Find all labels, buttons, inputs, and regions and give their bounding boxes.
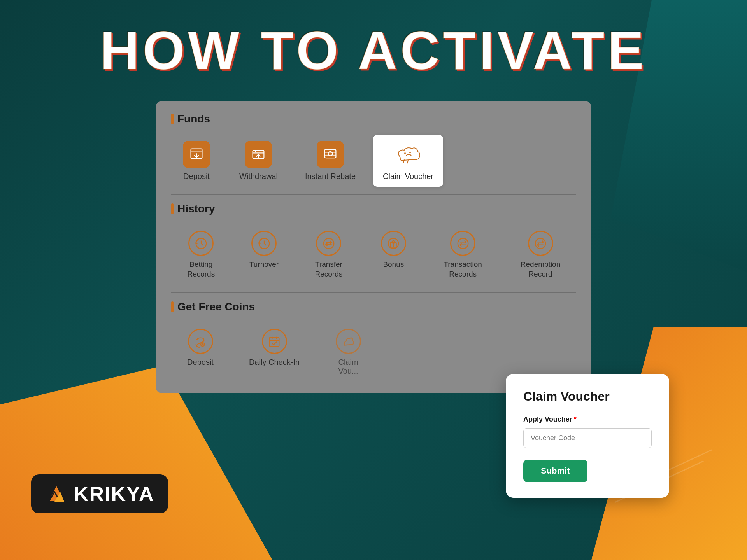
coin-voucher-label: Claim Vou...	[331, 358, 366, 376]
history-item-turnover[interactable]: Turnover	[237, 225, 291, 275]
coins-section-bar	[171, 301, 174, 312]
transfer-records-icon	[316, 231, 341, 256]
coin-voucher-icon	[336, 329, 361, 354]
withdrawal-label: Withdrawal	[239, 172, 278, 181]
rebate-svg	[323, 147, 337, 161]
transfer-records-label: Transfer Records	[305, 260, 353, 279]
betting-records-icon	[188, 231, 214, 256]
deposit-icon	[183, 141, 210, 168]
rebate-icon	[317, 141, 344, 168]
svg-point-12	[409, 152, 411, 153]
transaction-records-icon	[450, 231, 475, 256]
fund-item-deposit[interactable]: Deposit	[171, 135, 222, 187]
page-title: HOW TO ACTIVATE	[100, 23, 647, 78]
svg-point-15	[324, 238, 334, 248]
svg-point-20	[535, 238, 545, 248]
history-header: History	[171, 203, 576, 215]
history-item-redemption[interactable]: Redemption Record	[505, 225, 576, 285]
history-grid: Betting Records Turnover	[171, 225, 576, 285]
funds-title: Funds	[177, 113, 210, 125]
coin-item-deposit[interactable]: Deposit	[171, 323, 230, 373]
svg-rect-24	[270, 337, 279, 346]
history-item-transaction[interactable]: Transaction Records	[426, 225, 499, 285]
redemption-record-label: Redemption Record	[513, 260, 568, 279]
voucher-field-label: Apply Voucher*	[523, 415, 652, 424]
divider-1	[171, 194, 576, 195]
history-item-bonus[interactable]: Bonus	[366, 225, 421, 275]
betting-records-label: Betting Records	[179, 260, 223, 279]
free-coins-section: Get Free Coins Deposit	[171, 301, 576, 382]
funds-grid: Deposit Withdrawal	[171, 135, 576, 187]
voucher-code-input[interactable]	[523, 428, 652, 448]
rebate-label: Instant Rebate	[305, 172, 356, 181]
withdrawal-svg	[251, 147, 265, 161]
divider-2	[171, 292, 576, 293]
voucher-card: Claim Voucher Apply Voucher* Submit	[506, 374, 669, 498]
redemption-record-icon	[528, 231, 553, 256]
funds-section-bar	[171, 114, 174, 124]
coin-deposit-icon	[188, 329, 213, 354]
voucher-card-title: Claim Voucher	[523, 389, 652, 404]
history-section: History Betting Records	[171, 203, 576, 285]
coin-item-claim-voucher[interactable]: Claim Vou...	[319, 323, 377, 382]
krikya-logo: KRIKYA	[31, 474, 168, 513]
fund-item-claim-voucher[interactable]: Claim Voucher	[373, 135, 443, 187]
required-marker: *	[574, 415, 577, 423]
coins-grid: Deposit Daily Check-In	[171, 323, 576, 382]
claim-voucher-svg	[396, 145, 420, 164]
fund-item-rebate[interactable]: Instant Rebate	[295, 135, 365, 187]
deposit-svg	[189, 147, 203, 161]
checkin-icon	[262, 329, 287, 354]
svg-point-19	[458, 238, 468, 248]
history-item-transfer[interactable]: Transfer Records	[297, 225, 361, 285]
svg-rect-7	[325, 149, 336, 158]
funds-section: Funds Deposit	[171, 113, 576, 187]
claim-voucher-label: Claim Voucher	[383, 172, 433, 181]
bonus-label: Bonus	[383, 260, 404, 270]
history-title: History	[177, 203, 215, 215]
funds-header: Funds	[171, 113, 576, 125]
transaction-records-label: Transaction Records	[434, 260, 491, 279]
fund-item-withdrawal[interactable]: Withdrawal	[230, 135, 288, 187]
claim-voucher-icon-wrapper	[395, 141, 422, 168]
coin-deposit-label: Deposit	[187, 358, 214, 367]
turnover-icon	[251, 231, 277, 256]
brand-name: KRIKYA	[74, 482, 154, 506]
history-item-betting[interactable]: Betting Records	[171, 225, 231, 285]
submit-button[interactable]: Submit	[523, 460, 587, 482]
coins-title: Get Free Coins	[177, 301, 255, 313]
coins-header: Get Free Coins	[171, 301, 576, 313]
withdrawal-icon	[245, 141, 272, 168]
turnover-label: Turnover	[249, 260, 279, 270]
krikya-logo-icon	[45, 482, 68, 506]
history-section-bar	[171, 203, 174, 214]
coin-item-checkin[interactable]: Daily Check-In	[237, 323, 311, 373]
bonus-icon	[381, 231, 406, 256]
checkin-label: Daily Check-In	[249, 358, 300, 367]
deposit-label: Deposit	[183, 172, 210, 181]
svg-point-11	[404, 152, 406, 154]
main-panel: Funds Deposit	[156, 101, 591, 393]
